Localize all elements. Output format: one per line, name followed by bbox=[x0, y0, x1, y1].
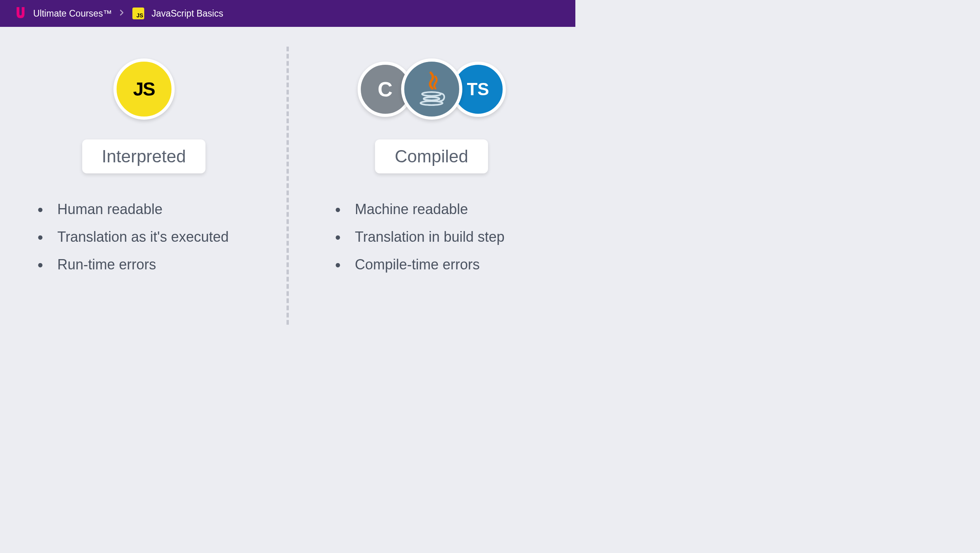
svg-point-2 bbox=[420, 101, 443, 105]
center-divider bbox=[286, 47, 289, 325]
bullet-item: Translation in build step bbox=[335, 229, 505, 245]
bullet-item: Translation as it's executed bbox=[38, 229, 229, 245]
svg-point-0 bbox=[422, 92, 441, 96]
bullet-item: Compile-time errors bbox=[335, 256, 505, 273]
brand-logo-icon bbox=[15, 6, 26, 21]
interpreted-column: JS Interpreted Human readable Translatio… bbox=[0, 27, 288, 325]
interpreted-label: Interpreted bbox=[82, 139, 206, 173]
interpreted-icons: JS bbox=[113, 56, 175, 122]
compiled-label: Compiled bbox=[375, 139, 488, 173]
bullet-item: Machine readable bbox=[335, 201, 505, 218]
content-area: JS Interpreted Human readable Translatio… bbox=[0, 27, 575, 325]
header-bar: Ultimate Courses™ JS JavaScript Basics bbox=[0, 0, 575, 27]
js-badge-icon: JS bbox=[132, 8, 144, 19]
compiled-icons: C TS bbox=[358, 56, 506, 122]
breadcrumb-chevron-icon bbox=[120, 9, 124, 18]
bullet-item: Human readable bbox=[38, 201, 229, 218]
svg-point-1 bbox=[424, 97, 439, 100]
bullet-item: Run-time errors bbox=[38, 256, 229, 273]
java-icon bbox=[401, 58, 462, 120]
interpreted-bullets: Human readable Translation as it's execu… bbox=[0, 201, 229, 284]
compiled-column: C TS Compiled Machine readable Translati… bbox=[288, 27, 575, 325]
course-title: JavaScript Basics bbox=[151, 8, 223, 19]
javascript-icon: JS bbox=[113, 58, 175, 120]
compiled-bullets: Machine readable Translation in build st… bbox=[288, 201, 505, 284]
brand-name: Ultimate Courses™ bbox=[33, 8, 112, 19]
